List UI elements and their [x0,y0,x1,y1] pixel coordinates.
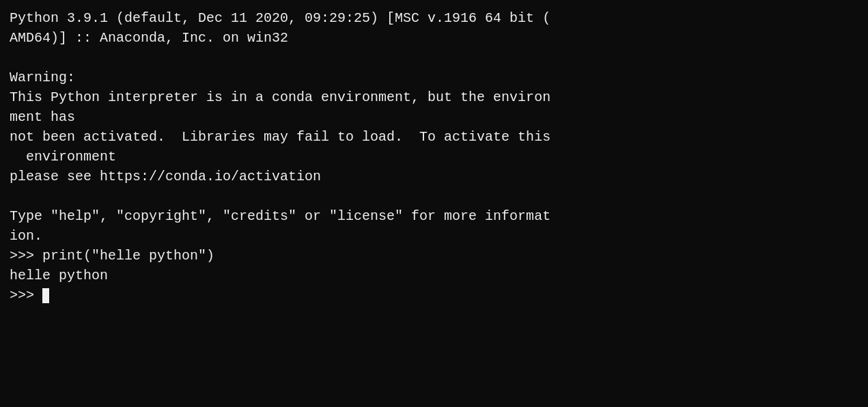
terminal-line: >>> print("helle python") [10,246,858,266]
terminal-line: AMD64)] :: Anaconda, Inc. on win32 [10,28,858,48]
terminal-line: environment [10,147,858,167]
terminal-line: Python 3.9.1 (default, Dec 11 2020, 09:2… [10,8,858,28]
terminal-line: ment has [10,107,858,127]
terminal-line: >>> [10,285,858,305]
terminal-line: please see https://conda.io/activation [10,167,858,186]
terminal-window[interactable]: Python 3.9.1 (default, Dec 11 2020, 09:2… [0,0,868,407]
terminal-line: Type "help", "copyright", "credits" or "… [10,206,858,226]
terminal-cursor [42,288,49,303]
terminal-line: not been activated. Libraries may fail t… [10,127,858,147]
terminal-blank-line [10,186,858,206]
terminal-line: ion. [10,226,858,246]
terminal-line: helle python [10,266,858,285]
terminal-line: This Python interpreter is in a conda en… [10,87,858,107]
terminal-line: Warning: [10,68,858,87]
terminal-blank-line [10,48,858,68]
